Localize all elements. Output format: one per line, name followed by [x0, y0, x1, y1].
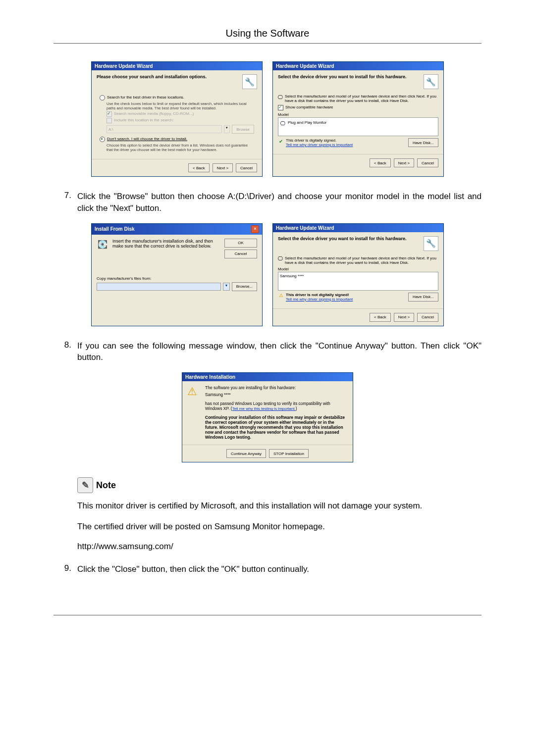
- chk-label: Show compatible hardware: [285, 105, 333, 109]
- screenshot-row-2: Install From Disk × 💽 Insert the manufac…: [54, 223, 482, 326]
- dialog-heading: Please choose your search and installati…: [97, 74, 207, 79]
- model-item[interactable]: Samsung ****: [280, 274, 436, 278]
- monitor-item-icon: 🖵: [280, 120, 286, 126]
- step-number: 7.: [54, 191, 77, 214]
- stop-installation-button[interactable]: STOP Installation: [269, 449, 309, 458]
- disk-icon: 💽: [97, 239, 108, 251]
- dropdown-icon: ▾: [224, 125, 230, 133]
- hw-line3: has not passed Windows Logo testing to v…: [205, 401, 348, 411]
- hw-bold-warning: Continuing your installation of this sof…: [205, 415, 348, 440]
- next-button[interactable]: Next >: [213, 163, 233, 172]
- chk-label: Include this location in the search:: [114, 118, 174, 122]
- note-url: http://www.samsung.com/: [77, 542, 482, 552]
- back-button[interactable]: < Back: [188, 163, 210, 172]
- radio-subtext: Choose this option to select the device …: [107, 143, 254, 152]
- why-signing-link[interactable]: Tell me why driver signing is important: [286, 297, 353, 302]
- footer-rule: [54, 615, 482, 615]
- wizard-icon: 🔧: [242, 74, 257, 89]
- radio-label: Search for the best driver in these loca…: [107, 95, 184, 100]
- chk-include-location: [107, 118, 112, 123]
- wizard-icon: 🔧: [424, 236, 438, 251]
- copy-from-label: Copy manufacturer's files from:: [97, 276, 257, 281]
- continue-anyway-button[interactable]: Continue Anyway: [226, 449, 266, 458]
- signed-text: This driver is digitally signed.: [286, 138, 353, 143]
- cancel-button[interactable]: Cancel: [417, 313, 438, 322]
- cancel-button[interactable]: Cancel: [417, 158, 438, 167]
- have-disk-button[interactable]: Have Disk...: [408, 138, 438, 147]
- dialog-subtext: Select the manufacturer and model of you…: [285, 94, 438, 103]
- back-button[interactable]: < Back: [370, 313, 391, 322]
- path-combo[interactable]: [97, 283, 221, 291]
- browse-button: Browse: [232, 125, 254, 134]
- chk-label: Search removable media (floppy, CD-ROM..…: [114, 111, 194, 116]
- path-input: A:\: [107, 125, 222, 133]
- window-title: Hardware Update Wizard: [276, 225, 334, 231]
- window-title: Hardware Installation: [185, 374, 235, 380]
- back-button[interactable]: < Back: [370, 158, 391, 167]
- shield-icon: ✔: [278, 138, 284, 144]
- step-text: Click the "Close" button, then click the…: [77, 563, 482, 575]
- model-list[interactable]: Samsung ****: [278, 272, 438, 291]
- ok-button[interactable]: OK: [224, 239, 257, 248]
- radio-dont-search[interactable]: [100, 137, 105, 142]
- window-title: Hardware Update Wizard: [95, 63, 153, 69]
- chk-show-compatible[interactable]: [278, 105, 283, 110]
- hw-line2: Samsung ****: [205, 392, 348, 397]
- step-number: 8.: [54, 340, 77, 364]
- step-text: If you can see the following message win…: [77, 340, 482, 364]
- browse-button[interactable]: Browse...: [232, 282, 257, 291]
- warning-icon: ⚠: [278, 293, 284, 299]
- window-title: Hardware Update Wizard: [276, 63, 334, 69]
- note-heading: ✎ Note: [77, 477, 482, 493]
- page-title: Using the Software: [54, 28, 482, 39]
- model-label: Model: [278, 267, 438, 271]
- cancel-button[interactable]: Cancel: [236, 163, 257, 172]
- monitor-icon: 🖵: [278, 94, 283, 100]
- note-icon: ✎: [77, 477, 93, 493]
- monitor-icon: 🖵: [278, 256, 283, 262]
- hw-line1: The software you are installing for this…: [205, 385, 348, 390]
- screenshot-row-3: Hardware Installation ⚠ The software you…: [54, 372, 482, 462]
- cancel-button[interactable]: Cancel: [224, 250, 257, 258]
- note-p1: This monitor driver is certified by Micr…: [77, 500, 482, 512]
- step-9: 9. Click the "Close" button, then click …: [54, 563, 482, 575]
- warning-icon: ⚠: [187, 385, 200, 398]
- wizard-icon: 🔧: [424, 74, 438, 89]
- titlebar: Hardware Update Wizard: [273, 224, 443, 232]
- close-icon[interactable]: ×: [251, 225, 259, 233]
- step-7: 7. Click the "Browse" button then choose…: [54, 191, 482, 214]
- why-signing-link[interactable]: Tell me why driver signing is important: [286, 143, 353, 147]
- hardware-update-wizard-select: Hardware Update Wizard Select the device…: [272, 61, 444, 177]
- dropdown-icon[interactable]: ▾: [223, 283, 230, 291]
- titlebar: Install From Disk ×: [92, 224, 262, 235]
- dialog-subtext: Select the manufacturer and model of you…: [285, 256, 438, 265]
- radio-subtext: Use the check boxes below to limit or ex…: [107, 101, 254, 110]
- hardware-update-wizard-search: Hardware Update Wizard Please choose you…: [91, 61, 263, 177]
- titlebar: Hardware Installation: [182, 373, 353, 381]
- have-disk-button[interactable]: Have Disk...: [408, 293, 438, 302]
- window-title: Install From Disk: [95, 226, 135, 232]
- model-list[interactable]: 🖵 Plug and Play Monitor: [278, 117, 438, 136]
- dialog-heading: Select the device driver you want to ins…: [278, 236, 407, 241]
- disk-message: Insert the manufacturer's installation d…: [112, 239, 220, 249]
- why-testing-link[interactable]: Tell me why this testing is important.: [232, 406, 296, 411]
- next-button[interactable]: Next >: [394, 313, 414, 322]
- header-rule: [54, 43, 482, 44]
- note-p2: The certified driver will be posted on S…: [77, 521, 482, 533]
- hardware-update-wizard-select-unsigned: Hardware Update Wizard Select the device…: [272, 223, 444, 326]
- next-button[interactable]: Next >: [394, 158, 414, 167]
- radio-search-best[interactable]: [100, 95, 105, 101]
- radio-label: Don't search. I will choose the driver t…: [107, 137, 187, 141]
- hardware-installation-dialog: Hardware Installation ⚠ The software you…: [182, 372, 353, 462]
- titlebar: Hardware Update Wizard: [92, 62, 262, 70]
- step-8: 8. If you can see the following message …: [54, 340, 482, 364]
- install-from-disk-dialog: Install From Disk × 💽 Insert the manufac…: [91, 223, 263, 326]
- titlebar: Hardware Update Wizard: [273, 62, 443, 70]
- note-label: Note: [96, 480, 116, 491]
- step-text: Click the "Browse" button then choose A:…: [77, 191, 482, 214]
- unsigned-text: This driver is not digitally signed!: [286, 293, 353, 297]
- model-item[interactable]: Plug and Play Monitor: [288, 120, 326, 125]
- step-number: 9.: [54, 563, 77, 575]
- model-label: Model: [278, 112, 438, 117]
- dialog-heading: Select the device driver you want to ins…: [278, 74, 407, 79]
